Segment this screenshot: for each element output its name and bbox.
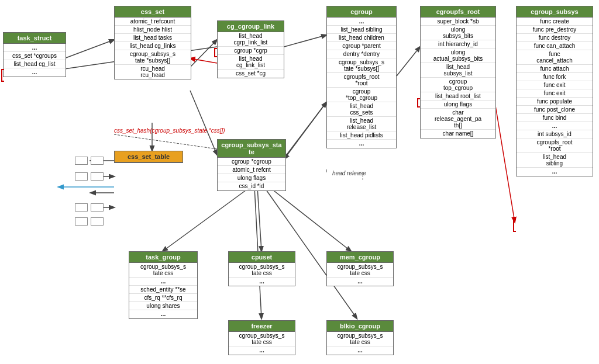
- head-release-label: head release: [332, 170, 366, 176]
- field-cgroot-0: super_block *sb: [421, 18, 495, 26]
- box-cgroup-subsys-state: cgroup_subsys_state cgroup *cgroup atomi…: [217, 139, 286, 191]
- svg-line-0: [64, 40, 114, 58]
- header-css-set: css_set: [115, 6, 191, 18]
- field-cs-10: func post_clone: [517, 106, 593, 114]
- svg-line-5: [397, 47, 420, 76]
- small-box-1: [75, 157, 88, 165]
- field-cgroup-6: cgroupfs_root*root: [327, 73, 396, 88]
- field-mem-0: cgroup_subsys_state css: [327, 263, 393, 278]
- field-cgroup-8: list_headcss_sets: [327, 102, 396, 117]
- field-cs-5: func attach: [517, 65, 593, 73]
- field-cs-14: cgroupfs_root*root: [517, 138, 593, 153]
- box-task-struct: task_struct ... css_set *cgroups list_he…: [3, 32, 66, 77]
- field-css-set-0: atomic_t refcount: [115, 18, 191, 26]
- box-task-group: task_group cgroup_subsys_state css ... s…: [129, 251, 198, 319]
- header-task-group: task_group: [129, 252, 197, 263]
- small-box-6: [91, 203, 104, 212]
- small-box-5: [75, 203, 88, 212]
- field-cgroup-7: cgroup*top_cgroup: [327, 88, 396, 102]
- svg-line-18: [257, 187, 261, 251]
- field-tg-2: sched_entity **se: [129, 286, 197, 294]
- svg-line-10: [190, 91, 217, 155]
- field-cgroup-9: list_headrelease_list: [327, 117, 396, 131]
- field-css-3: css_id *id: [218, 182, 285, 190]
- field-task-struct-0: ...: [4, 44, 66, 52]
- field-freezer-0: cgroup_subsys_state css: [229, 332, 295, 346]
- field-css-set-4: cgroup_subsys_state *subsys[]: [115, 50, 191, 65]
- box-cg-cgroup-link: cg_cgroup_link list_headcgrp_link_list c…: [217, 20, 284, 78]
- field-tg-4: ulong shares: [129, 302, 197, 310]
- field-cgroot-2: int hierarchy_id: [421, 40, 495, 48]
- header-cg-cgroup-link: cg_cgroup_link: [218, 21, 284, 32]
- svg-line-4: [190, 58, 217, 63]
- field-css-2: ulong flags: [218, 174, 285, 182]
- box-freezer: freezer cgroup_subsys_state css ...: [228, 320, 295, 355]
- small-box-7: [75, 217, 88, 226]
- svg-line-8: [114, 134, 217, 149]
- small-box-2: [91, 157, 104, 165]
- header-mem-cgroup: mem_cgroup: [327, 252, 393, 263]
- field-blkio-1: ...: [327, 346, 393, 355]
- field-cs-4: funccancel_attach: [517, 50, 593, 65]
- field-cs-8: func exit: [517, 89, 593, 98]
- svg-line-9: [284, 102, 326, 158]
- svg-line-2: [190, 40, 217, 67]
- box-blkio-cgroup: blkio_cgroup cgroup_subsys_state css ...: [326, 320, 394, 355]
- field-cs-13: int subsys_id: [517, 130, 593, 138]
- field-cgroup-10: list_head pidlists: [327, 131, 396, 140]
- field-task-struct-2: list_head cg_list: [4, 60, 66, 68]
- header-cgroupfs-root: cgroupfs_root: [421, 6, 495, 18]
- box-cgroup-subsys: cgroup_subsys func create func pre_destr…: [516, 6, 593, 176]
- box-css-set-table: css_set_table: [114, 151, 183, 163]
- field-cs-16: ...: [517, 168, 593, 176]
- field-cgroup-11: ...: [327, 140, 396, 148]
- field-cgroot-8: charrelease_agent_path[]: [421, 109, 495, 130]
- box-cgroup: cgroup ... list_head sibling list_head c…: [326, 6, 397, 148]
- field-cs-12: ...: [517, 122, 593, 130]
- small-box-8: [91, 217, 104, 226]
- field-tg-5: ...: [129, 310, 197, 318]
- field-tg-1: ...: [129, 278, 197, 286]
- svg-line-17: [163, 187, 250, 251]
- field-cs-11: func bind: [517, 114, 593, 122]
- field-cg-link-1: cgroup *cgrp: [218, 47, 284, 55]
- field-cg-link-3: css_set *cg: [218, 70, 284, 78]
- field-css-1: atomic_t refcnt: [218, 166, 285, 174]
- arrows-layer: [0, 0, 599, 364]
- field-css-set-1: hlist_node hlist: [115, 26, 191, 34]
- field-css-set-2: list_head tasks: [115, 34, 191, 42]
- red-bracket-cg-link: [214, 48, 217, 57]
- small-box-3: [75, 172, 88, 181]
- field-cs-3: func can_attach: [517, 42, 593, 50]
- field-task-struct-1: css_set *cgroups: [4, 52, 66, 60]
- field-cs-9: func populate: [517, 98, 593, 106]
- header-css-set-table: css_set_table: [115, 151, 183, 162]
- field-cgroup-4: dentry *dentry: [327, 50, 396, 58]
- header-freezer: freezer: [229, 321, 295, 332]
- svg-line-6: [495, 102, 515, 222]
- field-cs-15: list_headsibling: [517, 153, 593, 168]
- red-bracket-cs-sibling: [513, 219, 516, 232]
- field-cgroot-4: list_headsubsys_list: [421, 63, 495, 78]
- header-cpuset: cpuset: [229, 252, 295, 263]
- field-cpuset-1: ...: [229, 278, 295, 286]
- field-blkio-0: cgroup_subsys_state css: [327, 332, 393, 346]
- box-cgroupfs-root: cgroupfs_root super_block *sb ulongsubsy…: [420, 6, 496, 138]
- field-cg-link-2: list_headcg_link_list: [218, 55, 284, 70]
- field-freezer-1: ...: [229, 346, 295, 355]
- field-cs-7: func exit: [517, 81, 593, 89]
- diagram-container: task_struct ... css_set *cgroups list_he…: [0, 0, 599, 364]
- svg-line-19: [269, 187, 351, 251]
- field-cgroot-1: ulongsubsys_bits: [421, 26, 495, 40]
- css-set-hash-note: css_set_hash(cgroup_subsys_state *css[]): [114, 127, 225, 134]
- field-cgroup-5: cgroup_subsys_state *subsys[]: [327, 58, 396, 73]
- field-task-struct-3: ...: [4, 68, 66, 77]
- field-cgroot-7: ulong flags: [421, 100, 495, 109]
- field-tg-0: cgroup_subsys_state css: [129, 263, 197, 278]
- box-cpuset: cpuset cgroup_subsys_state css ...: [228, 251, 295, 286]
- header-cgroup: cgroup: [327, 6, 396, 18]
- field-cs-1: func pre_destroy: [517, 26, 593, 34]
- field-cgroot-5: cgrouptop_cgroup: [421, 78, 495, 92]
- small-box-4: [91, 172, 104, 181]
- field-cpuset-0: cgroup_subsys_state css: [229, 263, 295, 278]
